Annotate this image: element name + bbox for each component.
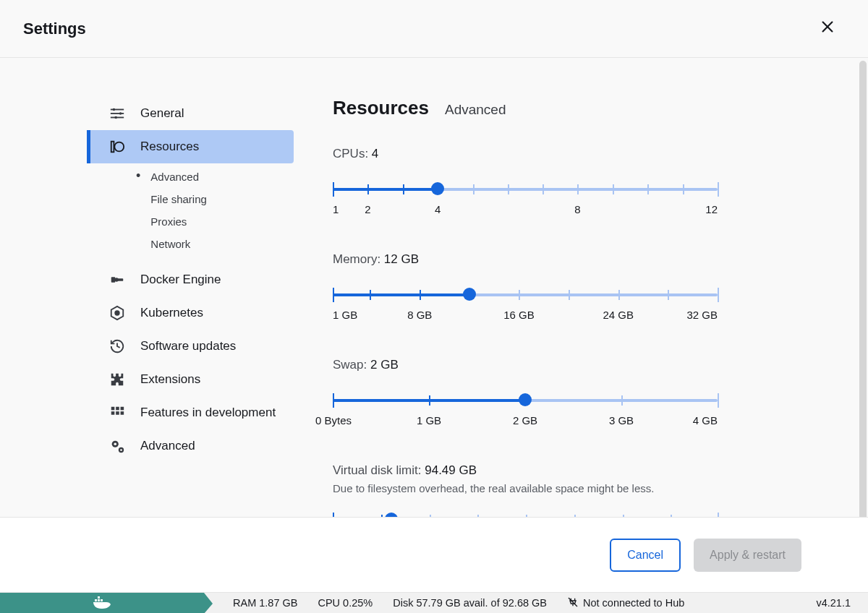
- svg-rect-23: [95, 599, 97, 601]
- svg-rect-18: [121, 411, 124, 415]
- svg-point-7: [114, 142, 124, 152]
- whale-icon: [92, 595, 112, 612]
- settings-footer: Cancel Apply & restart: [0, 517, 868, 592]
- subnav-file-sharing[interactable]: • File sharing: [133, 193, 294, 205]
- svg-point-22: [120, 449, 122, 451]
- sidebar-item-extensions[interactable]: Extensions: [87, 363, 294, 396]
- sidebar-item-features-dev[interactable]: Features in development: [87, 396, 294, 429]
- settings-body: General Resources • Advanced • File shar…: [0, 58, 868, 517]
- resources-advanced-panel: Resources Advanced CPUs: 4: [294, 58, 868, 517]
- svg-point-12: [115, 311, 119, 315]
- svg-rect-6: [111, 142, 114, 153]
- memory-control: Memory: 12 GB: [333, 252, 781, 323]
- slider-thumb[interactable]: [431, 182, 444, 195]
- svg-rect-13: [111, 407, 115, 411]
- docker-engine-icon: [109, 271, 126, 288]
- sidebar-item-general[interactable]: General: [87, 97, 294, 130]
- status-bar: RAM 1.87 GB CPU 0.25% Disk 57.79 GB avai…: [0, 592, 868, 613]
- sidebar-label: Software updates: [140, 339, 236, 353]
- svg-point-20: [114, 442, 116, 445]
- resources-icon: [109, 138, 126, 155]
- subnav-label: Advanced: [150, 171, 199, 183]
- memory-label: Memory: 12 GB: [333, 252, 781, 267]
- close-icon: [820, 17, 835, 40]
- svg-rect-17: [116, 411, 119, 415]
- disk-label: Virtual disk limit: 94.49 GB: [333, 463, 781, 478]
- apply-restart-button[interactable]: Apply & restart: [694, 539, 801, 572]
- status-accent[interactable]: [0, 593, 204, 613]
- settings-sidebar: General Resources • Advanced • File shar…: [0, 58, 294, 517]
- svg-point-10: [114, 278, 119, 282]
- sidebar-label: General: [140, 106, 184, 121]
- svg-rect-15: [121, 407, 124, 411]
- scrollbar[interactable]: [859, 61, 867, 517]
- slider-thumb[interactable]: [385, 513, 398, 517]
- disk-slider[interactable]: [333, 513, 718, 517]
- main-heading: Resources Advanced: [333, 97, 781, 119]
- swap-control: Swap: 2 GB 0 Bytes 1 GB: [333, 358, 781, 429]
- svg-rect-1: [111, 109, 124, 111]
- sidebar-item-advanced[interactable]: Advanced: [87, 429, 294, 463]
- slider-thumb[interactable]: [519, 393, 532, 406]
- status-cpu: CPU 0.25%: [318, 597, 373, 609]
- plug-off-icon: [567, 596, 579, 610]
- sidebar-label: Kubernetes: [140, 306, 203, 320]
- svg-rect-26: [98, 596, 100, 599]
- subnav-label: Network: [150, 238, 190, 250]
- memory-tick-labels: 1 GB 8 GB 16 GB 24 GB 32 GB: [333, 309, 718, 323]
- svg-rect-24: [98, 599, 100, 601]
- main-subtitle: Advanced: [445, 102, 506, 118]
- sidebar-label: Advanced: [140, 439, 195, 453]
- sidebar-item-resources[interactable]: Resources: [87, 130, 294, 163]
- status-ram: RAM 1.87 GB: [233, 597, 297, 609]
- memory-slider[interactable]: 1 GB 8 GB 16 GB 24 GB 32 GB: [333, 288, 718, 323]
- sliders-icon: [109, 105, 126, 122]
- swap-tick-labels: 0 Bytes 1 GB 2 GB 3 GB 4 GB: [315, 414, 718, 429]
- svg-rect-25: [101, 599, 103, 601]
- cpus-slider[interactable]: 1 2 4 8 12: [333, 183, 718, 218]
- cpus-control: CPUs: 4: [333, 147, 781, 218]
- sidebar-item-kubernetes[interactable]: Kubernetes: [87, 296, 294, 330]
- disk-control: Virtual disk limit: 94.49 GB Due to file…: [333, 463, 781, 517]
- cpus-label: CPUs: 4: [333, 147, 781, 161]
- subnav-label: File sharing: [150, 193, 207, 205]
- resources-subnav: • Advanced • File sharing • Proxies • Ne…: [133, 163, 294, 263]
- svg-rect-16: [111, 411, 115, 415]
- puzzle-icon: [109, 371, 126, 388]
- grid-icon: [109, 404, 126, 421]
- close-button[interactable]: [813, 14, 842, 43]
- status-hub: Not connected to Hub: [567, 596, 684, 610]
- sidebar-label: Extensions: [140, 372, 200, 387]
- settings-header: Settings: [0, 0, 868, 58]
- swap-label: Swap: 2 GB: [333, 358, 781, 372]
- status-metrics: RAM 1.87 GB CPU 0.25% Disk 57.79 GB avai…: [204, 593, 684, 613]
- history-icon: [109, 338, 126, 355]
- svg-rect-5: [111, 117, 124, 119]
- sidebar-label: Features in development: [140, 406, 276, 420]
- cancel-button[interactable]: Cancel: [610, 539, 681, 572]
- disk-sublabel: Due to filesystem overhead, the real ava…: [333, 482, 781, 494]
- sidebar-item-software-updates[interactable]: Software updates: [87, 330, 294, 363]
- gears-icon: [109, 437, 126, 455]
- subnav-advanced[interactable]: • Advanced: [133, 171, 294, 183]
- status-disk: Disk 57.79 GB avail. of 92.68 GB: [393, 597, 547, 609]
- subnav-label: Proxies: [150, 215, 187, 228]
- svg-rect-3: [111, 113, 124, 114]
- sidebar-label: Resources: [140, 140, 199, 154]
- main-title: Resources: [333, 97, 429, 119]
- sidebar-item-docker-engine[interactable]: Docker Engine: [87, 263, 294, 296]
- swap-slider[interactable]: 0 Bytes 1 GB 2 GB 3 GB 4 GB: [315, 394, 718, 429]
- status-version: v4.21.1: [816, 593, 868, 613]
- sidebar-label: Docker Engine: [140, 273, 221, 287]
- kubernetes-icon: [109, 304, 126, 322]
- subnav-network[interactable]: • Network: [133, 238, 294, 250]
- subnav-proxies[interactable]: • Proxies: [133, 215, 294, 228]
- page-title: Settings: [23, 20, 86, 38]
- svg-rect-14: [116, 407, 119, 411]
- slider-thumb[interactable]: [463, 288, 476, 301]
- cpus-tick-labels: 1 2 4 8 12: [333, 203, 718, 218]
